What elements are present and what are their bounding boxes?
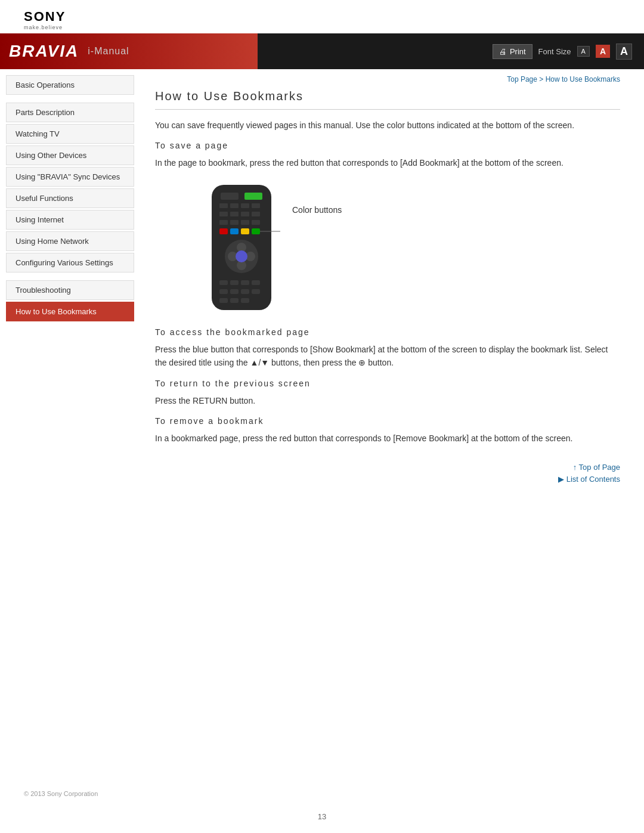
sony-logo: SONY xyxy=(24,9,632,24)
sidebar-item-bookmarks[interactable]: How to Use Bookmarks xyxy=(6,302,134,321)
sidebar-item-using-other-devices[interactable]: Using Other Devices xyxy=(6,145,134,165)
bravia-bar: BRAVIA i-Manual 🖨 Print Font Size A A A xyxy=(0,33,644,69)
header-controls: 🖨 Print Font Size A A A xyxy=(493,44,632,60)
svg-rect-2 xyxy=(244,193,262,200)
print-icon: 🖨 xyxy=(499,47,507,56)
svg-rect-9 xyxy=(241,212,249,216)
font-medium-button[interactable]: A xyxy=(596,45,610,58)
copyright: © 2013 Sony Corporation xyxy=(24,790,98,797)
svg-rect-26 xyxy=(230,280,239,285)
svg-rect-11 xyxy=(219,220,228,225)
sidebar-item-troubleshooting[interactable]: Troubleshooting xyxy=(6,280,134,300)
bravia-brand: BRAVIA xyxy=(9,42,79,61)
svg-rect-1 xyxy=(221,193,239,200)
svg-rect-34 xyxy=(230,298,239,303)
section2-heading: To access the bookmarked page xyxy=(155,327,620,337)
section4-heading: To remove a bookmark xyxy=(155,416,620,426)
sony-tagline: make.believe xyxy=(24,24,632,30)
sidebar-item-bravia-sync[interactable]: Using "BRAVIA" Sync Devices xyxy=(6,167,134,187)
breadcrumb: Top Page > How to Use Bookmarks xyxy=(155,75,620,83)
svg-rect-8 xyxy=(230,212,239,216)
print-label: Print xyxy=(510,47,526,56)
svg-rect-33 xyxy=(219,298,228,303)
print-button[interactable]: 🖨 Print xyxy=(493,44,532,59)
page-title: How to Use Bookmarks xyxy=(155,89,620,110)
manual-type: i-Manual xyxy=(88,46,129,57)
sidebar-item-parts-description[interactable]: Parts Description xyxy=(6,103,134,122)
sidebar-item-home-network[interactable]: Using Home Network xyxy=(6,231,134,251)
svg-rect-35 xyxy=(241,298,249,303)
color-buttons-label: Color buttons xyxy=(292,205,342,215)
svg-rect-4 xyxy=(230,203,239,208)
svg-rect-30 xyxy=(230,289,239,294)
svg-rect-3 xyxy=(219,203,228,208)
sidebar: Basic Operations Parts Description Watch… xyxy=(0,69,137,496)
font-small-button[interactable]: A xyxy=(577,46,590,57)
breadcrumb-current: How to Use Bookmarks xyxy=(546,75,620,83)
svg-rect-32 xyxy=(252,289,260,294)
intro-text: You can save frequently viewed pages in … xyxy=(155,119,620,132)
section1-heading: To save a page xyxy=(155,141,620,150)
footer-links: ↑ Top of Page ▶ List of Contents xyxy=(155,463,620,484)
sidebar-item-basic-operations[interactable]: Basic Operations xyxy=(6,75,134,95)
sidebar-item-using-internet[interactable]: Using Internet xyxy=(6,210,134,230)
svg-point-24 xyxy=(236,250,247,262)
sidebar-item-useful-functions[interactable]: Useful Functions xyxy=(6,188,134,208)
svg-rect-5 xyxy=(241,203,249,208)
svg-rect-13 xyxy=(241,220,249,225)
font-large-button[interactable]: A xyxy=(616,44,632,60)
svg-rect-25 xyxy=(219,280,228,285)
svg-rect-15 xyxy=(219,228,228,234)
svg-rect-17 xyxy=(241,228,249,234)
svg-rect-16 xyxy=(230,228,239,234)
main-layout: Basic Operations Parts Description Watch… xyxy=(0,69,644,496)
sidebar-item-watching-tv[interactable]: Watching TV xyxy=(6,124,134,144)
section2-body: Press the blue button that corresponds t… xyxy=(155,343,620,370)
svg-rect-27 xyxy=(241,280,249,285)
section4-body: In a bookmarked page, press the red butt… xyxy=(155,432,620,445)
bravia-logo: BRAVIA i-Manual xyxy=(9,42,129,61)
svg-rect-29 xyxy=(219,289,228,294)
section3-heading: To return to the previous screen xyxy=(155,379,620,388)
svg-rect-14 xyxy=(252,220,260,225)
sony-header: SONY make.believe xyxy=(0,0,644,33)
svg-rect-10 xyxy=(252,212,260,216)
sidebar-item-configuring[interactable]: Configuring Various Settings xyxy=(6,253,134,272)
svg-rect-12 xyxy=(230,220,239,225)
svg-rect-18 xyxy=(252,228,260,234)
list-of-contents-link[interactable]: ▶ List of Contents xyxy=(155,475,620,484)
svg-rect-6 xyxy=(252,203,260,208)
breadcrumb-top-page[interactable]: Top Page xyxy=(507,75,537,83)
section3-body: Press the RETURN button. xyxy=(155,394,620,407)
content-area: Top Page > How to Use Bookmarks How to U… xyxy=(137,69,644,496)
page-footer: © 2013 Sony Corporation xyxy=(0,790,644,797)
remote-container: Color buttons xyxy=(155,182,620,315)
remote-image xyxy=(203,182,280,313)
top-of-page-link[interactable]: ↑ Top of Page xyxy=(155,463,620,472)
svg-rect-7 xyxy=(219,212,228,216)
font-size-label: Font Size xyxy=(538,47,571,56)
svg-rect-28 xyxy=(252,280,260,285)
svg-rect-31 xyxy=(241,289,249,294)
page-number: 13 xyxy=(0,812,644,821)
breadcrumb-separator: > xyxy=(539,75,545,83)
section1-body: In the page to bookmark, press the red b… xyxy=(155,156,620,169)
